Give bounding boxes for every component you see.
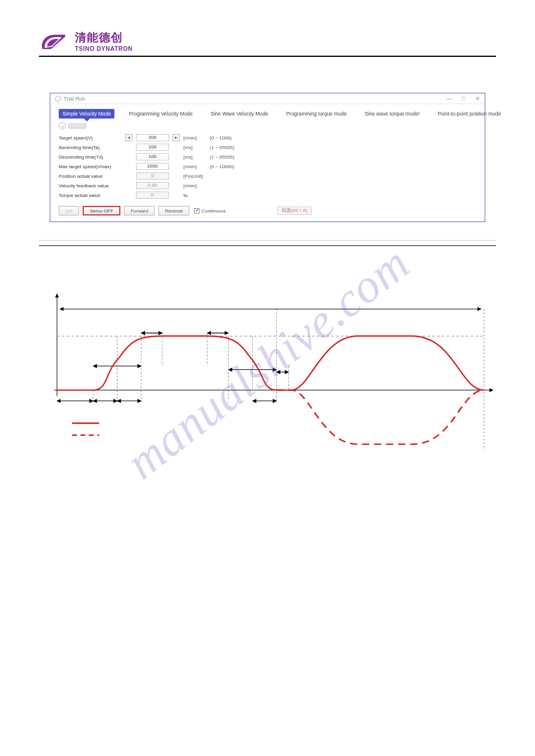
refresh-row: ⌄ (50, 121, 485, 133)
param-unit: [r/min] (183, 164, 206, 169)
company-logo-icon (39, 31, 68, 51)
param-unit: [ms] (183, 145, 206, 150)
screenshot-hint: 截图(Alt + A) (277, 207, 312, 215)
refresh-bar (68, 123, 86, 129)
param-unit: ‰ (183, 193, 206, 198)
continuous-label: Continuous (201, 208, 225, 214)
tab-programming-velocity[interactable]: Programming Velocity Mode (125, 109, 196, 119)
tab-programming-torque[interactable]: Programming torque mode (283, 109, 350, 119)
param-label: Position actual value (59, 174, 122, 179)
forward-button[interactable]: Forward (124, 206, 155, 215)
param-input-vmax[interactable]: 1000 (136, 163, 169, 170)
window-close-button[interactable]: ✕ (475, 95, 480, 102)
parameter-grid: Target speed(V) ◄ 200 ► [r/min] (0 ~ 100… (50, 133, 485, 204)
param-row-descending: Descending time(Td) 100 [ms] (1 ~ 65535) (59, 152, 476, 162)
set-button[interactable]: Set (59, 206, 79, 215)
continuous-checkbox[interactable]: ✔ Continuous (194, 208, 225, 214)
param-range: (0 ~ 10000) (210, 164, 234, 169)
stepper-up-icon[interactable]: ► (173, 134, 180, 141)
separator-faint (39, 240, 496, 241)
company-name-cn: 清能德创 (75, 30, 132, 45)
company-name: 清能德创 TSINO DYNATRON (75, 30, 132, 52)
window-minimize-button[interactable]: — (446, 95, 452, 102)
param-label: Ascending time(Ta) (59, 145, 122, 150)
param-readout-torque: 0 (136, 192, 169, 199)
window-titlebar: Trial Run — □ ✕ (50, 93, 485, 104)
param-row-target-speed: Target speed(V) ◄ 200 ► [r/min] (0 ~ 100… (59, 133, 476, 142)
tab-sine-velocity[interactable]: Sine Wave Velocity Mode (207, 109, 272, 119)
tab-point-position[interactable]: Point-to-point position mode (434, 109, 504, 119)
param-row-vmax: Max target speed(Vmax) 1000 [r/min] (0 ~… (59, 162, 476, 171)
param-label: Descending time(Td) (59, 154, 122, 160)
param-input-descending[interactable]: 100 (136, 153, 169, 160)
servo-off-button[interactable]: Servo OFF (83, 206, 120, 215)
window-title: Trial Run (64, 96, 85, 102)
company-name-en: TSINO DYNATRON (75, 45, 132, 52)
param-range: (1 ~ 65535) (210, 154, 234, 160)
param-row-position: Position actual value 0 [PosUnit] (59, 171, 476, 181)
param-row-velocity-fb: Velocity feedback value 0.00 [r/min] (59, 181, 476, 190)
param-input-ascending[interactable]: 100 (136, 144, 169, 151)
param-unit: [PosUnit] (183, 174, 206, 179)
param-input-target-speed[interactable]: 200 (136, 134, 169, 141)
param-row-ascending: Ascending time(Ta) 100 [ms] (1 ~ 65535) (59, 142, 476, 152)
param-unit: [r/min] (183, 135, 206, 141)
tab-sine-torque[interactable]: Sine wave torque mode! (361, 109, 424, 119)
reverse-button[interactable]: Reverse (158, 206, 189, 215)
param-unit: [ms] (183, 154, 206, 160)
param-label: Velocity feedback value (59, 183, 122, 189)
param-readout-position: 0 (136, 172, 169, 180)
param-label: Target speed(V) (59, 135, 122, 141)
app-window: Trial Run — □ ✕ Simple Velocity Mode Pro… (50, 93, 485, 222)
mode-tabs: Simple Velocity Mode Programming Velocit… (50, 104, 485, 121)
separator (39, 245, 496, 246)
button-row: Set Servo OFF Forward Reverse ✔ Continuo… (50, 204, 485, 221)
company-header: 清能德创 TSINO DYNATRON (39, 30, 496, 57)
param-range: (0 ~ 1000) (210, 135, 232, 141)
stepper-down-icon[interactable]: ◄ (125, 134, 132, 141)
window-maximize-button[interactable]: □ (462, 95, 466, 102)
tab-simple-velocity[interactable]: Simple Velocity Mode (59, 109, 114, 119)
refresh-icon[interactable]: ⌄ (59, 122, 66, 129)
param-label: Torque actual value (59, 193, 122, 198)
param-readout-velocity: 0.00 (136, 182, 169, 189)
app-icon (55, 96, 61, 102)
param-row-torque: Torque actual value 0 ‰ (59, 190, 476, 200)
param-range: (1 ~ 65535) (210, 145, 234, 150)
param-label: Max target speed(Vmax) (59, 164, 122, 169)
param-unit: [r/min] (183, 183, 206, 189)
velocity-profile-diagram (39, 276, 496, 474)
checkmark-icon: ✔ (194, 208, 200, 214)
